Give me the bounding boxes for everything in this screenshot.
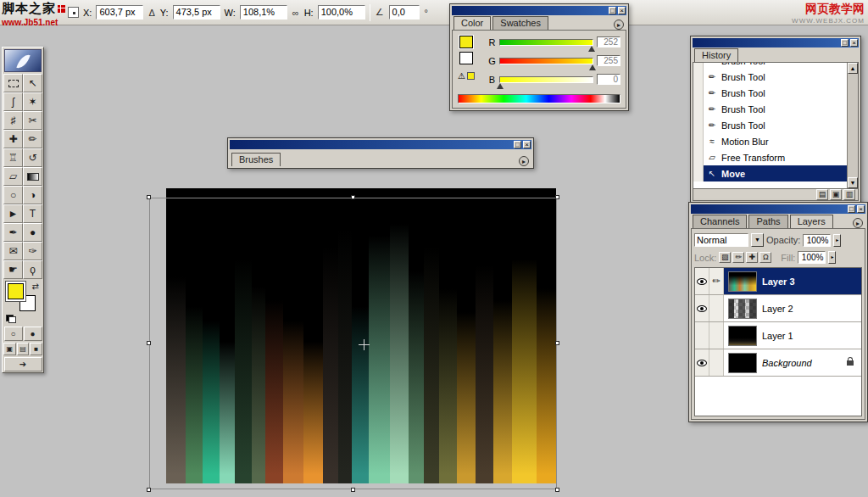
blend-mode-select[interactable]: Normal xyxy=(694,233,748,247)
visibility-toggle[interactable] xyxy=(695,322,709,349)
scroll-up-icon[interactable]: ▲ xyxy=(848,63,858,74)
tool-dodge[interactable]: ◑ xyxy=(23,186,42,204)
layer-thumbnail[interactable] xyxy=(728,353,757,373)
layer-thumbnail[interactable] xyxy=(728,271,757,292)
tool-shape[interactable]: ● xyxy=(23,223,42,242)
lock-image-toggle[interactable]: ✏ xyxy=(732,252,744,263)
history-brush-source-toggle[interactable] xyxy=(693,133,704,149)
fill-slider-icon[interactable]: ▸ xyxy=(828,251,836,264)
history-item[interactable]: ✏Brush Tool xyxy=(693,117,847,133)
full-screen-button[interactable]: ■ xyxy=(30,343,42,355)
tool-notes[interactable]: ✉ xyxy=(3,242,23,260)
tool-healing-brush[interactable]: ✚ xyxy=(3,130,23,148)
close-icon[interactable]: × xyxy=(523,141,531,148)
tool-clone-stamp[interactable]: ♖ xyxy=(3,148,23,167)
history-scrollbar[interactable]: ▲ ▼ xyxy=(847,63,858,188)
foreground-color-well[interactable] xyxy=(459,36,473,48)
history-item[interactable]: ✏Brush Tool xyxy=(693,85,847,101)
tool-lasso[interactable]: ʃ xyxy=(3,92,23,111)
channel-value[interactable]: 252 xyxy=(597,36,620,47)
background-color-well[interactable] xyxy=(459,52,473,64)
layer-row-main[interactable]: Layer 2 xyxy=(724,295,861,321)
history-titlebar[interactable]: □ × xyxy=(693,38,859,47)
transform-handle-bottom-left[interactable] xyxy=(147,488,151,492)
tool-rectangular-marquee[interactable] xyxy=(3,74,23,92)
foreground-color-swatch[interactable] xyxy=(8,283,24,299)
tool-history-brush[interactable]: ↺ xyxy=(23,148,42,167)
tool-crop[interactable]: ♯ xyxy=(3,111,23,130)
transform-center-crosshair[interactable] xyxy=(359,339,370,350)
slider-triangle[interactable] xyxy=(588,46,595,52)
history-brush-source-toggle[interactable] xyxy=(693,165,704,181)
minimize-icon[interactable]: □ xyxy=(848,205,855,213)
x-position-field[interactable]: 603,7 px xyxy=(96,5,143,20)
history-brush-source-toggle[interactable] xyxy=(693,63,704,69)
palette-menu-icon[interactable]: ▸ xyxy=(853,218,863,228)
new-snapshot-icon[interactable]: ▣ xyxy=(830,189,842,200)
layer-row[interactable]: Background xyxy=(695,349,861,377)
visibility-toggle[interactable] xyxy=(695,295,709,321)
close-icon[interactable]: × xyxy=(618,7,626,14)
history-item[interactable]: ✏Brush Tool xyxy=(693,69,847,85)
tool-hand[interactable]: ☛ xyxy=(3,260,23,279)
rotation-field[interactable]: 0,0 xyxy=(389,5,420,20)
history-item[interactable]: ▱Free Transform xyxy=(693,149,847,165)
delta-icon[interactable]: Δ xyxy=(147,8,155,18)
transform-handle-middle-left[interactable] xyxy=(147,341,151,345)
close-icon[interactable]: × xyxy=(857,205,865,213)
layer-row[interactable]: Layer 2 xyxy=(695,295,861,322)
minimize-icon[interactable]: □ xyxy=(514,141,521,148)
lock-transparency-toggle[interactable]: ▨ xyxy=(719,252,731,263)
tool-magic-wand[interactable]: ✶ xyxy=(23,92,42,111)
transform-handle-bottom-right[interactable] xyxy=(555,488,559,492)
transform-handle-top-center[interactable] xyxy=(351,195,355,199)
palette-menu-icon[interactable]: ▸ xyxy=(519,156,529,166)
gamut-warning-icon[interactable]: ⚠ xyxy=(458,71,465,81)
tool-eraser[interactable]: ▱ xyxy=(3,167,23,186)
tool-blur[interactable]: ○ xyxy=(3,186,23,204)
layer-thumbnail[interactable] xyxy=(728,299,757,319)
history-brush-source-toggle[interactable] xyxy=(693,85,704,101)
opacity-slider-icon[interactable]: ▸ xyxy=(833,234,841,247)
gamut-color-swatch[interactable] xyxy=(467,72,475,80)
history-item[interactable]: ↖Move xyxy=(693,165,847,181)
photoshop-logo[interactable] xyxy=(4,49,42,72)
tool-zoom[interactable]: ϙ xyxy=(23,260,42,279)
channel-value[interactable]: 255 xyxy=(597,55,620,66)
history-brush-source-toggle[interactable] xyxy=(693,117,704,133)
minimize-icon[interactable]: □ xyxy=(609,7,616,14)
standard-screen-button[interactable]: ▣ xyxy=(3,343,16,355)
transform-handle-top-left[interactable] xyxy=(147,195,151,199)
layer-row-main[interactable]: Layer 1 xyxy=(724,322,861,349)
slider-triangle[interactable] xyxy=(497,83,504,89)
tab-brushes[interactable]: Brushes xyxy=(231,153,281,166)
scroll-down-icon[interactable]: ▼ xyxy=(848,177,858,188)
jump-to-imageready-button[interactable]: ➔ xyxy=(4,357,42,371)
channel-slider[interactable] xyxy=(499,76,593,83)
visibility-toggle[interactable] xyxy=(695,268,709,294)
transform-handle-middle-right[interactable] xyxy=(555,341,559,345)
slider-triangle[interactable] xyxy=(589,64,596,70)
tool-gradient[interactable] xyxy=(23,167,42,186)
tab-channels[interactable]: Channels xyxy=(693,215,747,228)
transform-bounding-box[interactable] xyxy=(149,198,557,489)
opacity-field[interactable]: 100% xyxy=(803,234,831,247)
close-icon[interactable]: × xyxy=(850,39,858,47)
layer-thumbnail[interactable] xyxy=(728,326,757,346)
channel-slider[interactable] xyxy=(499,58,593,64)
scrollbar-track[interactable] xyxy=(848,74,858,177)
new-document-from-state-icon[interactable]: ▤ xyxy=(816,189,828,200)
reference-point-locator[interactable] xyxy=(68,7,79,18)
tool-path-selection[interactable]: ► xyxy=(3,204,23,223)
history-item[interactable]: ✏Brush Tool xyxy=(693,101,847,117)
color-spectrum-ramp[interactable] xyxy=(458,94,620,103)
tab-layers[interactable]: Layers xyxy=(790,215,833,228)
visibility-toggle[interactable] xyxy=(695,349,709,376)
brushes-titlebar[interactable]: □ × xyxy=(230,140,531,149)
channel-slider[interactable] xyxy=(499,39,593,46)
tool-brush[interactable]: ✏ xyxy=(23,130,42,148)
layers-titlebar[interactable]: □ × xyxy=(691,204,865,214)
color-titlebar[interactable]: □ × xyxy=(452,6,626,15)
height-field[interactable]: 100,0% xyxy=(318,5,365,20)
history-brush-source-toggle[interactable] xyxy=(693,69,704,85)
